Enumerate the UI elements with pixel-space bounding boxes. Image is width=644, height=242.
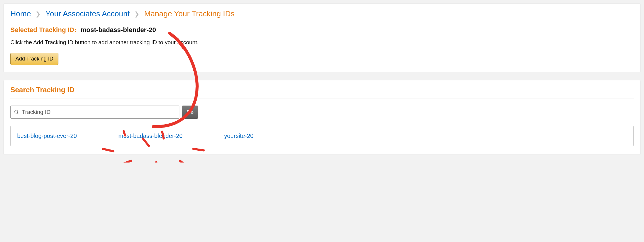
breadcrumb: Home ❯ Your Associates Account ❯ Manage … [10,9,634,18]
breadcrumb-home[interactable]: Home [10,9,31,18]
breadcrumb-current: Manage Your Tracking IDs [144,9,235,18]
tracking-id-link[interactable]: most-badass-blender-20 [118,133,183,139]
search-tracking-title: Search Tracking ID [10,86,634,98]
search-input[interactable] [10,106,179,119]
results-box: best-blog-post-ever-20 most-badass-blend… [10,126,634,146]
search-tracking-card: Search Tracking ID Go best-blog-post-eve… [4,80,640,155]
chevron-right-icon: ❯ [36,10,41,17]
chevron-right-icon: ❯ [134,10,139,17]
selected-tracking-value: most-badass-blender-20 [81,26,156,34]
selected-tracking-label: Selected Tracking ID: [10,26,76,34]
selected-tracking-row: Selected Tracking ID: most-badass-blende… [10,26,634,34]
selected-tracking-card: Home ❯ Your Associates Account ❯ Manage … [4,4,640,72]
breadcrumb-account[interactable]: Your Associates Account [45,9,130,18]
search-input-wrap [10,106,179,119]
go-button[interactable]: Go [182,106,198,119]
search-icon [14,109,19,115]
tracking-id-link[interactable]: best-blog-post-ever-20 [17,133,77,139]
add-tracking-id-button[interactable]: Add Tracking ID [10,53,58,65]
search-row: Go [10,106,634,119]
tracking-id-link[interactable]: yoursite-20 [224,133,254,139]
instruction-text: Click the Add Tracking ID button to add … [10,39,634,46]
